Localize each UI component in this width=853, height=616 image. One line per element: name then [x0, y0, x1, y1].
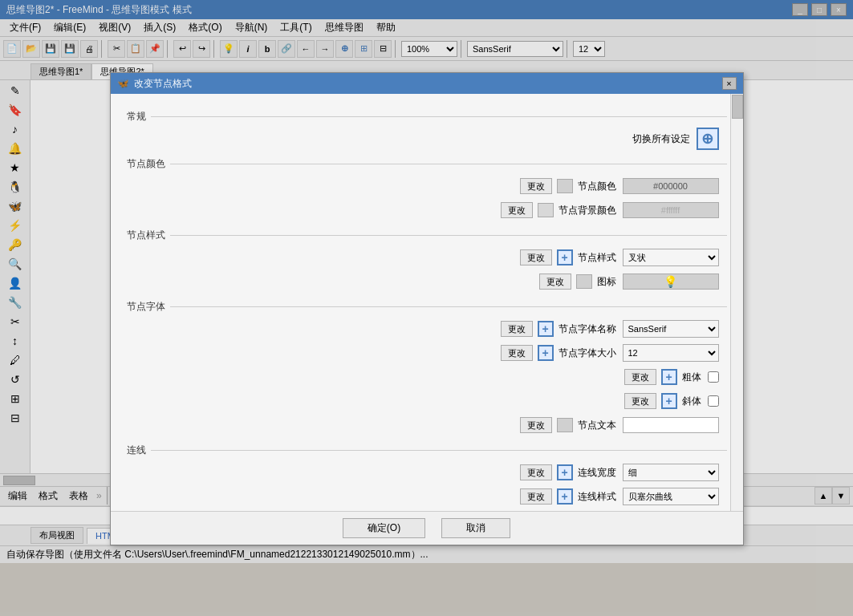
row-node-bgcolor: 更改 节点背景颜色 #ffffff: [127, 200, 727, 221]
row-node-text: 更改 节点文本: [127, 415, 727, 436]
change-bold-btn[interactable]: 更改: [624, 369, 656, 385]
row-italic: 更改 + 斜体: [127, 391, 727, 411]
change-fontname-btn[interactable]: 更改: [501, 321, 533, 337]
confirm-button[interactable]: 确定(O): [343, 518, 425, 538]
bold-label: 粗体: [682, 371, 701, 384]
row-connector-color: 更改 + 连线颜色 #808080: [127, 510, 727, 511]
modal-title-text: 改变节点格式: [134, 77, 192, 91]
change-node-color-btn[interactable]: 更改: [520, 178, 552, 194]
modal-scrollbar-thumb[interactable]: [732, 95, 743, 119]
bulb-icon: 💡: [664, 275, 677, 288]
node-bgcolor-value: #ffffff: [623, 202, 719, 218]
node-color-label: 节点颜色: [578, 180, 616, 193]
change-fontsize-btn[interactable]: 更改: [501, 345, 533, 361]
node-bgcolor-preview[interactable]: [538, 203, 554, 217]
modal-title-bar: 🦋 改变节点格式 ×: [111, 73, 743, 94]
change-italic-btn[interactable]: 更改: [624, 393, 656, 409]
modal-close-button[interactable]: ×: [722, 77, 737, 90]
fontname-select[interactable]: SansSerif: [623, 320, 719, 338]
modal-dialog: 🦋 改变节点格式 × 常规 切换所有设定 ⊕: [110, 72, 744, 545]
fontname-label: 节点字体名称: [559, 322, 616, 336]
cancel-button[interactable]: 取消: [441, 518, 510, 538]
modal-scrollbar[interactable]: [730, 94, 743, 511]
row-font-size: 更改 + 节点字体大小 12: [127, 342, 727, 363]
italic-checkbox[interactable]: [708, 395, 719, 407]
node-bgcolor-label: 节点背景颜色: [559, 204, 616, 217]
modal-butterfly-icon: 🦋: [117, 78, 129, 89]
fontsize-plus[interactable]: +: [538, 345, 554, 361]
section-node-font: 节点字体: [127, 300, 727, 314]
connstyle-plus[interactable]: +: [557, 488, 573, 505]
change-nodetext-btn[interactable]: 更改: [520, 417, 552, 433]
node-style-select[interactable]: 叉状: [623, 249, 719, 266]
icon-label: 图标: [597, 275, 616, 289]
row-font-name: 更改 + 节点字体名称 SansSerif: [127, 318, 727, 339]
section-general: 常规: [127, 110, 727, 124]
section-node-style: 节点样式: [127, 229, 727, 242]
modal-overlay: 🦋 改变节点格式 × 常规 切换所有设定 ⊕: [0, 0, 853, 616]
icon-color-preview[interactable]: [576, 274, 592, 289]
nodetext-label: 节点文本: [578, 419, 616, 432]
modal-body: 常规 切换所有设定 ⊕ 节点颜色 更改 节点颜色 #00: [111, 94, 743, 511]
node-style-plus[interactable]: +: [557, 249, 573, 265]
change-connwidth-btn[interactable]: 更改: [520, 464, 552, 480]
fontsize-combo[interactable]: 12: [623, 344, 719, 362]
row-node-icon: 更改 图标 💡: [127, 271, 727, 292]
nodetext-input[interactable]: [623, 417, 719, 433]
row-node-style: 更改 + 节点样式 叉状: [127, 247, 727, 268]
row-connector-style: 更改 + 连线样式 贝塞尔曲线: [127, 486, 727, 507]
change-node-bgcolor-btn[interactable]: 更改: [501, 202, 533, 218]
connwidth-plus[interactable]: +: [557, 464, 573, 480]
fontname-plus[interactable]: +: [538, 321, 554, 337]
toggle-all-button[interactable]: ⊕: [697, 128, 719, 150]
italic-plus[interactable]: +: [661, 393, 677, 409]
modal-title: 🦋 改变节点格式: [117, 77, 192, 91]
node-color-preview[interactable]: [557, 179, 573, 193]
icon-preview: 💡: [623, 274, 719, 290]
fontsize-label: 节点字体大小: [559, 346, 616, 360]
toggle-all-label: 切换所有设定: [135, 132, 690, 146]
connwidth-select[interactable]: 细: [623, 464, 719, 481]
row-bold: 更改 + 粗体: [127, 367, 727, 387]
row-node-color: 更改 节点颜色 #000000: [127, 176, 727, 197]
italic-label: 斜体: [682, 395, 701, 408]
section-connector: 连线: [127, 444, 727, 457]
row-toggle-all: 切换所有设定 ⊕: [127, 128, 727, 149]
modal-footer: 确定(O) 取消: [111, 511, 743, 545]
bold-checkbox[interactable]: [708, 371, 719, 383]
section-node-color: 节点颜色: [127, 157, 727, 171]
change-connstyle-btn[interactable]: 更改: [520, 488, 552, 505]
node-color-value: #000000: [623, 178, 719, 194]
node-style-label: 节点样式: [578, 251, 616, 265]
connwidth-label: 连线宽度: [578, 466, 616, 480]
row-connector-width: 更改 + 连线宽度 细: [127, 462, 727, 483]
toggle-all-icon: ⊕: [701, 130, 713, 148]
nodetext-color[interactable]: [557, 418, 573, 432]
connstyle-select[interactable]: 贝塞尔曲线: [623, 488, 719, 505]
change-node-style-btn[interactable]: 更改: [520, 249, 552, 265]
connstyle-label: 连线样式: [578, 490, 616, 504]
bold-plus[interactable]: +: [661, 369, 677, 385]
change-icon-btn[interactable]: 更改: [539, 274, 571, 290]
